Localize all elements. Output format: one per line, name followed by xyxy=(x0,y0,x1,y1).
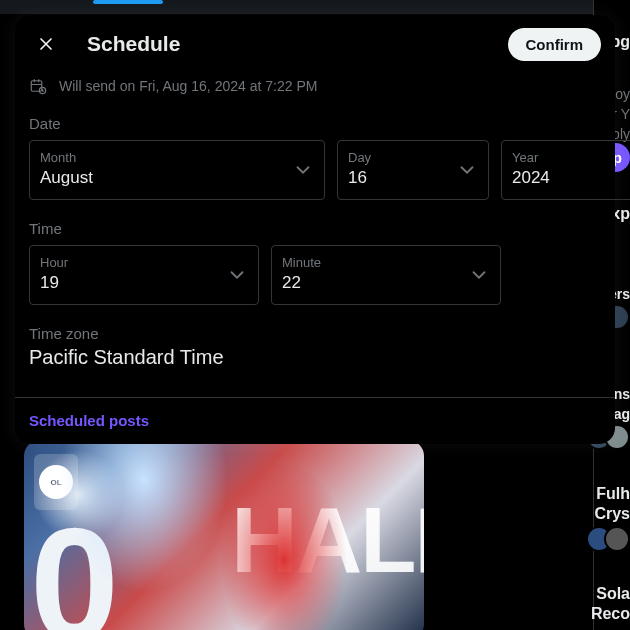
hour-field-value: 19 xyxy=(40,272,218,294)
score-home: 0 xyxy=(30,504,119,630)
schedule-dialog: Schedule Confirm Will send on Fri, Aug 1… xyxy=(15,15,615,444)
chevron-down-icon xyxy=(292,159,314,181)
confirm-button[interactable]: Confirm xyxy=(508,28,602,61)
timezone-section: Time zone Pacific Standard Time xyxy=(15,305,615,369)
active-tab-indicator xyxy=(93,0,163,4)
year-field-label: Year xyxy=(512,151,630,165)
year-field-value: 2024 xyxy=(512,167,630,189)
send-time-summary: Will send on Fri, Aug 16, 2024 at 7:22 P… xyxy=(15,73,615,111)
hour-select[interactable]: Hour 19 xyxy=(29,245,259,305)
scheduled-posts-link[interactable]: Scheduled posts xyxy=(29,412,149,429)
day-field-value: 16 xyxy=(348,167,448,189)
timezone-value: Pacific Standard Time xyxy=(29,346,601,369)
timezone-label: Time zone xyxy=(29,325,601,342)
minute-field-label: Minute xyxy=(282,256,460,270)
chevron-down-icon xyxy=(456,159,478,181)
month-field-label: Month xyxy=(40,151,284,165)
close-icon xyxy=(36,34,56,54)
post-media-preview: 0 OL HALF xyxy=(24,440,424,630)
year-select[interactable]: Year 2024 xyxy=(501,140,630,200)
halftime-text: HALF xyxy=(294,440,406,630)
schedule-send-icon xyxy=(29,77,47,95)
send-time-text: Will send on Fri, Aug 16, 2024 at 7:22 P… xyxy=(59,78,317,94)
hour-field-label: Hour xyxy=(40,256,218,270)
month-field-value: August xyxy=(40,167,284,189)
date-label: Date xyxy=(29,115,601,132)
club-badge-text: OL xyxy=(39,465,73,499)
chevron-down-icon xyxy=(468,264,490,286)
minute-field-value: 22 xyxy=(282,272,460,294)
date-section: Date Month August Day 16 Year 2024 xyxy=(15,115,615,200)
month-select[interactable]: Month August xyxy=(29,140,325,200)
dialog-title: Schedule xyxy=(87,32,484,56)
time-label: Time xyxy=(29,220,601,237)
close-button[interactable] xyxy=(29,27,63,61)
time-section: Time Hour 19 Minute 22 xyxy=(15,220,615,305)
minute-select[interactable]: Minute 22 xyxy=(271,245,501,305)
dialog-header: Schedule Confirm xyxy=(15,15,615,73)
day-select[interactable]: Day 16 xyxy=(337,140,489,200)
dialog-footer: Scheduled posts xyxy=(15,397,615,444)
trend-reco[interactable]: Reco xyxy=(583,598,630,630)
svg-rect-0 xyxy=(31,81,42,92)
day-field-label: Day xyxy=(348,151,448,165)
club-badge: OL xyxy=(34,454,78,510)
chevron-down-icon xyxy=(226,264,248,286)
trend-fc-avatars xyxy=(578,520,630,558)
